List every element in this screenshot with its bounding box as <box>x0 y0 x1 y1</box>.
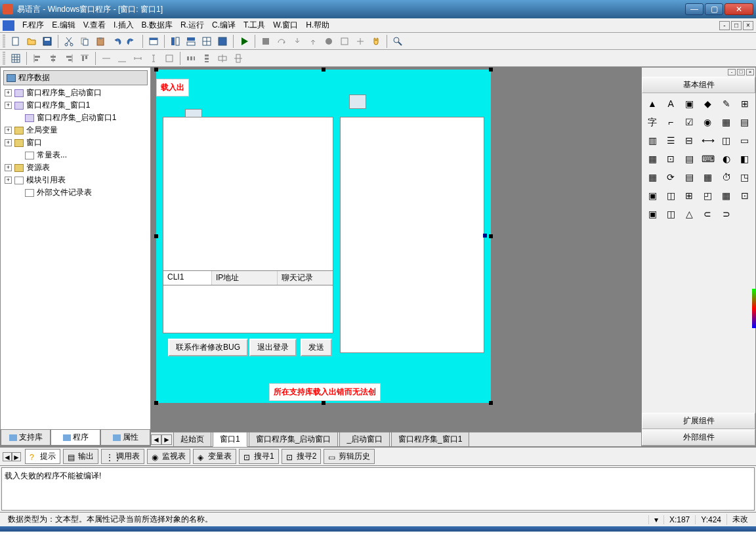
tab-start[interactable]: 起始页 <box>173 432 211 447</box>
cut-button[interactable] <box>62 34 76 49</box>
palette-component-3[interactable]: ◆ <box>700 96 715 112</box>
align-top-button[interactable] <box>77 51 92 66</box>
layout1-button[interactable] <box>168 34 182 49</box>
debug-tool1-button[interactable] <box>337 34 352 49</box>
tree-node[interactable]: +资源表 <box>3 161 148 174</box>
palette-component-17[interactable]: ▭ <box>737 133 753 148</box>
new-file-button[interactable] <box>9 34 23 49</box>
palette-component-40[interactable]: ⊃ <box>719 206 734 222</box>
listbox-control[interactable] <box>163 117 333 333</box>
palette-component-19[interactable]: ⊡ <box>663 151 679 167</box>
tab-progset-start[interactable]: 窗口程序集_启动窗口 <box>249 432 339 447</box>
tab-hints[interactable]: ?提示 <box>25 449 60 464</box>
expand-icon[interactable]: + <box>5 177 12 184</box>
align-bottom-button[interactable] <box>115 51 129 66</box>
palette-component-18[interactable]: ▦ <box>644 151 660 167</box>
palette-component-27[interactable]: ▦ <box>700 169 715 185</box>
center-v-button[interactable] <box>231 51 245 66</box>
palette-component-21[interactable]: ⌨ <box>700 151 715 167</box>
palette-component-36[interactable]: ▣ <box>644 206 660 222</box>
palette-component-25[interactable]: ⟳ <box>663 169 679 185</box>
step-over-button[interactable] <box>274 34 289 49</box>
palette-component-30[interactable]: ▣ <box>644 188 660 203</box>
tab-search1[interactable]: ⊡搜寻1 <box>239 449 279 464</box>
debug-tool2-button[interactable] <box>353 34 368 49</box>
palette-component-16[interactable]: ◫ <box>719 133 734 148</box>
tree-node[interactable]: 外部文件记录表 <box>14 186 148 199</box>
resize-handle[interactable] <box>154 68 158 72</box>
output-text[interactable]: 载入失败的程序不能被编译! <box>1 467 755 511</box>
expand-icon[interactable]: + <box>5 102 12 109</box>
palette-component-26[interactable]: ▤ <box>681 169 697 185</box>
close-button[interactable]: ✕ <box>724 3 753 15</box>
send-button[interactable]: 发送 <box>301 339 332 356</box>
resize-handle[interactable] <box>489 401 493 405</box>
tab-clipboard[interactable]: ▭剪辑历史 <box>324 449 375 464</box>
same-width-button[interactable] <box>131 51 145 66</box>
design-canvas[interactable]: 载入出 CLI1 IP地址 聊天记录 联系作者修改BUG 退出登录 发送 所在支… <box>151 67 641 446</box>
output-tab-next[interactable]: ► <box>12 452 21 461</box>
resize-handle[interactable] <box>154 234 158 238</box>
tab-window1[interactable]: 窗口1 <box>213 432 247 447</box>
tab-output[interactable]: ▤输出 <box>63 449 98 464</box>
palette-component-32[interactable]: ⊞ <box>681 188 697 203</box>
palette-component-34[interactable]: ▦ <box>719 188 734 203</box>
find-button[interactable] <box>390 34 405 49</box>
palette-component-20[interactable]: ▤ <box>681 151 697 167</box>
copy-button[interactable] <box>77 34 92 49</box>
tree-node[interactable]: +窗口程序集_启动窗口 <box>3 87 148 99</box>
menu-database[interactable]: B.数据库 <box>138 18 177 32</box>
expand-icon[interactable]: + <box>5 127 12 134</box>
align-right-button[interactable] <box>62 51 76 66</box>
palette-component-7[interactable]: ⌐ <box>663 114 679 130</box>
form-designer[interactable]: 载入出 CLI1 IP地址 聊天记录 联系作者修改BUG 退出登录 发送 所在支… <box>156 70 491 403</box>
align-center-h-button[interactable] <box>46 51 60 66</box>
dist-h-button[interactable] <box>184 51 198 66</box>
stop-button[interactable] <box>259 34 273 49</box>
palette-component-2[interactable]: ▣ <box>681 96 697 112</box>
resize-handle[interactable] <box>489 68 493 72</box>
output-tab-prev[interactable]: ◄ <box>3 452 12 461</box>
palette-component-39[interactable]: ⊂ <box>700 206 715 222</box>
palette-component-11[interactable]: ▤ <box>737 114 753 130</box>
palette-component-24[interactable]: ▦ <box>644 169 660 185</box>
resize-handle[interactable] <box>322 68 326 72</box>
dist-v-button[interactable] <box>200 51 214 66</box>
palette-component-31[interactable]: ◫ <box>663 188 679 203</box>
layout4-button[interactable] <box>215 34 230 49</box>
same-height-button[interactable] <box>146 51 161 66</box>
menu-tools[interactable]: T.工具 <box>240 18 269 32</box>
palette-header-external[interactable]: 外部组件 <box>642 429 755 446</box>
palette-component-22[interactable]: ◐ <box>719 151 734 167</box>
tab-next[interactable]: ► <box>161 434 172 445</box>
menu-insert[interactable]: I.插入 <box>110 18 138 32</box>
menu-help[interactable]: H.帮助 <box>302 18 333 32</box>
tab-prev[interactable]: ◄ <box>151 434 161 445</box>
palette-component-10[interactable]: ▦ <box>719 114 734 130</box>
component-icon[interactable] <box>349 94 366 109</box>
step-into-button[interactable] <box>290 34 304 49</box>
palette-component-23[interactable]: ◧ <box>737 151 753 167</box>
tab-watch[interactable]: ◉监视表 <box>147 449 190 464</box>
contact-button[interactable]: 联系作者修改BUG <box>168 339 248 356</box>
open-file-button[interactable] <box>24 34 39 49</box>
tab-progset-win1[interactable]: 窗口程序集_窗口1 <box>391 432 469 447</box>
window-button[interactable] <box>146 34 161 49</box>
same-size-button[interactable] <box>162 51 177 66</box>
palette-component-29[interactable]: ◳ <box>737 169 753 185</box>
palette-component-1[interactable]: A <box>663 96 679 112</box>
palette-close-icon[interactable]: × <box>746 69 754 75</box>
menu-window[interactable]: W.窗口 <box>269 18 302 32</box>
selection-handle[interactable] <box>483 234 487 238</box>
tree-node[interactable]: 窗口程序集_启动窗口1 <box>14 112 148 124</box>
left-tab-properties[interactable]: 属性 <box>100 430 150 446</box>
palette-component-38[interactable]: △ <box>681 206 697 222</box>
redo-button[interactable] <box>125 34 139 49</box>
layout3-button[interactable] <box>200 34 214 49</box>
menu-run[interactable]: R.运行 <box>177 18 208 32</box>
run-button[interactable] <box>237 34 251 49</box>
maximize-button[interactable]: ▢ <box>705 3 723 15</box>
palette-component-12[interactable]: ▥ <box>644 133 660 148</box>
toolbar-grip[interactable] <box>3 35 5 48</box>
expand-icon[interactable]: + <box>5 139 12 146</box>
